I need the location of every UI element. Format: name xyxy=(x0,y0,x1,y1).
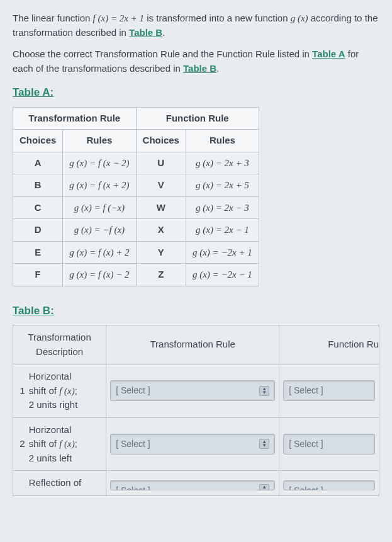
table-b-header-function-rule: Function Ru xyxy=(279,325,379,364)
intro-text: is transformed into a new function xyxy=(147,13,290,23)
function-rule: g (x) = 2x + 5 xyxy=(186,174,259,197)
transformation-description: Horizontal shift of f (x); 2 units right xyxy=(28,364,106,418)
intro-gx: g (x) xyxy=(291,13,308,23)
function-rule-select[interactable]: [ Select ] xyxy=(283,434,375,454)
table-a-heading: Table A: xyxy=(13,84,379,101)
select-placeholder: [ Select ] xyxy=(289,384,323,397)
function-rule: g (x) = −2x + 1 xyxy=(186,241,259,264)
intro-fx: f (x) = 2x + 1 xyxy=(93,13,144,23)
function-rule-select[interactable]: [ Select ] xyxy=(283,380,375,401)
transformation-rule: g (x) = f (x + 2) xyxy=(63,174,136,197)
choice-label: X xyxy=(158,224,164,235)
link-table-a[interactable]: Table A xyxy=(312,48,345,59)
choice-label: C xyxy=(35,202,42,213)
transformation-description: Reflection of xyxy=(28,471,106,496)
intro-paragraph-1: The linear function f (x) = 2x + 1 is tr… xyxy=(13,11,379,40)
choice-label: D xyxy=(35,224,42,235)
function-rule: g (x) = 2x − 3 xyxy=(186,196,259,219)
select-placeholder: [ Select ] xyxy=(116,484,150,490)
choice-label: A xyxy=(35,157,42,168)
link-table-b[interactable]: Table B xyxy=(129,27,162,38)
link-table-b[interactable]: Table B xyxy=(183,63,216,74)
transformation-rule-select[interactable]: [ Select ] ▲ xyxy=(110,480,275,490)
transformation-rule: g (x) = f (x) + 2 xyxy=(63,241,136,264)
transformation-rule: g (x) = f (x) − 2 xyxy=(63,264,136,286)
table-a: Transformation Rule Function Rule Choice… xyxy=(13,107,259,286)
intro-text: The linear function xyxy=(13,13,93,23)
function-rule: g (x) = 2x + 3 xyxy=(186,152,259,174)
table-row: 1 Horizontal shift of f (x); 2 units rig… xyxy=(13,364,379,418)
choice-label: E xyxy=(35,247,41,257)
table-row: A g (x) = f (x − 2) U g (x) = 2x + 3 xyxy=(13,152,259,174)
transformation-rule-select[interactable]: [ Select ] ▲▼ xyxy=(110,380,275,401)
table-row: B g (x) = f (x + 2) V g (x) = 2x + 5 xyxy=(13,174,259,197)
table-row: Reflection of [ Select ] ▲ [ Select ] xyxy=(13,471,379,496)
table-row: E g (x) = f (x) + 2 Y g (x) = −2x + 1 xyxy=(13,241,259,264)
table-a-sub-rules: Rules xyxy=(186,130,259,152)
function-rule: g (x) = −2x − 1 xyxy=(186,264,259,286)
transformation-rule: g (x) = f (x − 2) xyxy=(63,152,136,174)
select-placeholder: [ Select ] xyxy=(289,484,323,490)
function-rule-select[interactable]: [ Select ] xyxy=(283,480,375,490)
table-a-header-function-rule: Function Rule xyxy=(136,107,259,130)
table-a-sub-rules: Rules xyxy=(63,130,136,152)
table-a-sub-choices: Choices xyxy=(13,130,63,152)
intro-text: . xyxy=(216,63,219,74)
transformation-rule: g (x) = −f (x) xyxy=(63,219,136,242)
stepper-icon: ▲▼ xyxy=(259,439,269,449)
transformation-rule-select[interactable]: [ Select ] ▲▼ xyxy=(110,434,275,454)
table-a-sub-choices: Choices xyxy=(136,130,186,152)
choice-label: Y xyxy=(158,247,164,257)
transformation-description: Horizontal shift of f (x); 2 units left xyxy=(28,417,106,471)
table-b-header-transformation-rule: Transformation Rule xyxy=(106,325,279,364)
table-a-header-transformation-rule: Transformation Rule xyxy=(13,107,137,130)
select-placeholder: [ Select ] xyxy=(116,438,150,451)
table-b-header-description: Transformation Description xyxy=(13,325,106,364)
row-number xyxy=(13,471,28,496)
row-number: 2 xyxy=(13,417,28,471)
choice-label: W xyxy=(157,202,165,213)
stepper-icon: ▲ xyxy=(259,484,269,490)
table-row: D g (x) = −f (x) X g (x) = 2x − 1 xyxy=(13,219,259,242)
select-placeholder: [ Select ] xyxy=(116,384,150,397)
stepper-icon: ▲▼ xyxy=(259,386,269,396)
choice-label: U xyxy=(157,157,164,168)
table-row: 2 Horizontal shift of f (x); 2 units lef… xyxy=(13,417,379,471)
choice-label: V xyxy=(158,179,164,190)
function-rule: g (x) = 2x − 1 xyxy=(186,219,259,242)
transformation-rule: g (x) = f (−x) xyxy=(63,196,136,219)
table-row: C g (x) = f (−x) W g (x) = 2x − 3 xyxy=(13,196,259,219)
table-row: F g (x) = f (x) − 2 Z g (x) = −2x − 1 xyxy=(13,264,259,286)
row-number: 1 xyxy=(13,364,28,418)
table-b-heading: Table B: xyxy=(13,303,379,319)
table-b: Transformation Description Transformatio… xyxy=(13,325,379,496)
choice-label: B xyxy=(35,179,42,190)
intro-text: Choose the correct Transformation Rule a… xyxy=(13,48,312,59)
select-placeholder: [ Select ] xyxy=(289,438,323,451)
intro-paragraph-2: Choose the correct Transformation Rule a… xyxy=(13,47,379,76)
choice-label: F xyxy=(35,269,41,279)
intro-text: . xyxy=(162,27,165,38)
choice-label: Z xyxy=(158,269,164,279)
